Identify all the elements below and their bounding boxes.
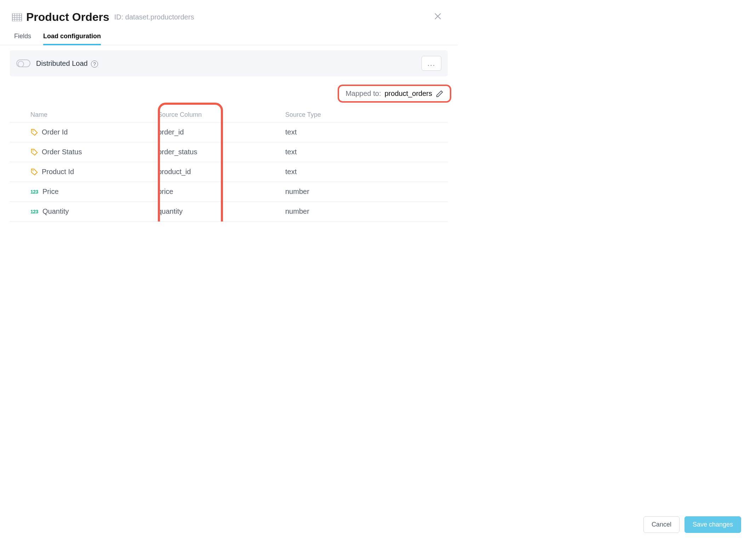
tab-load-configuration[interactable]: Load configuration: [43, 29, 101, 45]
distributed-load-label: Distributed Load ?: [36, 59, 98, 68]
source-column: product_id: [158, 168, 285, 176]
source-column: order_status: [158, 148, 285, 156]
column-header-type: Source Type: [285, 111, 448, 119]
modal-header: Product Orders ID: dataset.productorders: [0, 7, 458, 29]
close-icon: [434, 12, 442, 21]
tag-icon: [30, 128, 38, 136]
source-type: number: [285, 207, 448, 216]
source-column: order_id: [158, 128, 285, 136]
close-button[interactable]: [434, 12, 442, 22]
distributed-load-banner: Distributed Load ? ...: [10, 50, 448, 76]
source-type: text: [285, 128, 448, 136]
number-icon: 123: [30, 189, 39, 195]
distributed-load-toggle[interactable]: [16, 59, 30, 67]
table-row[interactable]: 123 Price price number: [10, 182, 448, 202]
more-button[interactable]: ...: [422, 56, 441, 71]
source-type: text: [285, 148, 448, 156]
source-column: price: [158, 188, 285, 196]
number-icon: 123: [30, 209, 39, 214]
svg-point-10: [33, 150, 34, 151]
mapped-to-highlight: Mapped to: product_orders: [338, 85, 451, 103]
table-icon: [12, 13, 22, 21]
mapped-to-label: Mapped to:: [345, 90, 381, 98]
tab-fields[interactable]: Fields: [14, 29, 31, 45]
page-title: Product Orders: [26, 11, 109, 24]
field-name: Product Id: [42, 168, 74, 176]
field-name: Quantity: [42, 207, 69, 216]
source-type: text: [285, 168, 448, 176]
table-row[interactable]: Product Id product_id text: [10, 162, 448, 182]
table-row[interactable]: Order Id order_id text: [10, 122, 448, 142]
tag-icon: [30, 168, 38, 176]
field-name: Order Id: [42, 128, 68, 136]
fields-table: Name Source Column Source Type Order Id …: [10, 108, 448, 222]
column-header-source: Source Column: [158, 111, 285, 119]
tabs: Fields Load configuration: [0, 29, 458, 45]
svg-point-9: [33, 130, 34, 131]
dataset-id: ID: dataset.productorders: [114, 13, 194, 21]
source-column: quantity: [158, 207, 285, 216]
edit-icon[interactable]: [436, 90, 443, 98]
table-row[interactable]: 123 Quantity quantity number: [10, 202, 448, 222]
table-header-row: Name Source Column Source Type: [10, 108, 448, 122]
table-row[interactable]: Order Status order_status text: [10, 142, 448, 162]
source-type: number: [285, 188, 448, 196]
tag-icon: [30, 148, 38, 156]
column-header-name: Name: [30, 111, 158, 119]
mapped-to-value: product_orders: [384, 90, 432, 98]
help-icon[interactable]: ?: [91, 61, 98, 68]
svg-point-11: [33, 170, 34, 171]
field-name: Order Status: [42, 148, 82, 156]
field-name: Price: [42, 188, 59, 196]
